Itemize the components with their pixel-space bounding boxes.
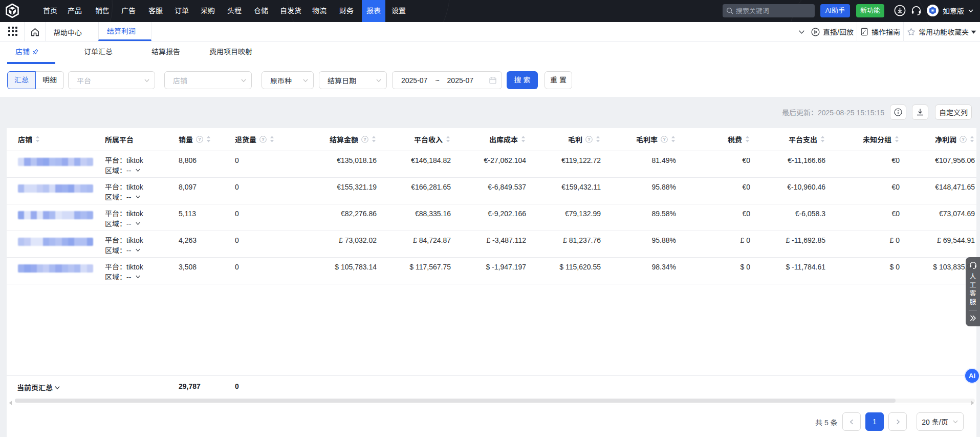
svg-text:?: ? [262,137,264,142]
svg-text:?: ? [962,137,964,142]
svg-text:?: ? [663,137,665,142]
svg-text:?: ? [363,137,366,142]
svg-text:?: ? [587,137,590,142]
svg-text:?: ? [198,137,201,142]
